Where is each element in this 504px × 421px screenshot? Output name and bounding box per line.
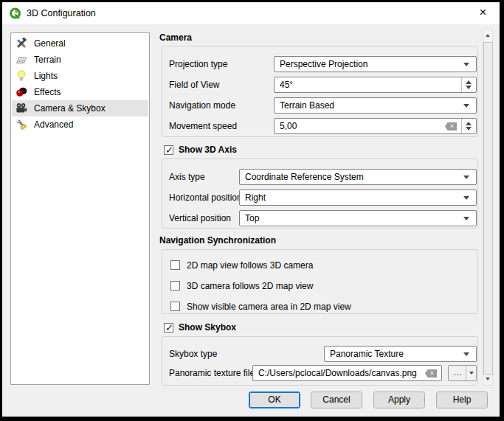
- spin-up-icon[interactable]: [466, 80, 472, 84]
- help-button[interactable]: Help: [436, 392, 488, 408]
- close-icon[interactable]: ×: [466, 2, 500, 24]
- vertical-position-select[interactable]: Top: [239, 210, 477, 226]
- field-of-view-input[interactable]: [275, 77, 457, 92]
- title-bar: 3D Configuration ×: [2, 2, 500, 24]
- chevron-down-icon: [463, 217, 469, 220]
- vertical-position-label: Vertical position: [169, 210, 231, 226]
- movement-speed-spinbox: ×: [274, 118, 477, 134]
- panoramic-texture-file-label: Panoramic texture file: [169, 365, 255, 381]
- chevron-down-icon: [463, 175, 469, 179]
- chevron-down-icon: [463, 63, 469, 66]
- chevron-down-icon: [463, 104, 469, 108]
- navigation-sync-section-title: Navigation Synchronization: [159, 235, 276, 246]
- movement-speed-label: Movement speed: [169, 118, 237, 134]
- browse-ellipsis-label: …: [449, 366, 466, 380]
- projection-type-value: Perspective Projection: [280, 57, 367, 72]
- checkmark-icon: ✓: [165, 322, 173, 333]
- clear-value-icon[interactable]: ×: [445, 122, 457, 131]
- 2d-follows-3d-checkbox[interactable]: [170, 260, 180, 270]
- terrain-icon: [15, 54, 27, 66]
- horizontal-position-select[interactable]: Right: [239, 189, 477, 206]
- show-camera-area-label: Show visible camera area in 2D map view: [187, 301, 351, 313]
- vertical-position-value: Top: [245, 211, 259, 226]
- qgis-logo-icon: [9, 7, 22, 20]
- axis-type-value: Coordinate Reference System: [245, 170, 364, 184]
- effects-icon: [15, 86, 27, 98]
- dialog-3d-configuration: 3D Configuration × General Terrain: [2, 2, 500, 417]
- sidebar-item-label: Terrain: [34, 52, 61, 68]
- projection-type-select[interactable]: Perspective Projection: [274, 56, 477, 72]
- spin-buttons: [461, 119, 476, 133]
- cancel-button[interactable]: Cancel: [311, 392, 362, 408]
- navigation-mode-value: Terrain Based: [280, 98, 334, 113]
- ok-button[interactable]: OK: [249, 392, 300, 408]
- sidebar-item-label: Advanced: [34, 116, 73, 133]
- show-camera-area-checkbox[interactable]: [170, 302, 180, 311]
- show-3d-axis-checkbox[interactable]: ✓: [164, 145, 173, 155]
- skybox-type-label: Skybox type: [169, 346, 217, 362]
- projection-type-label: Projection type: [169, 56, 227, 72]
- settings-category-list: General Terrain Lights Effects: [10, 32, 150, 385]
- spin-buttons: [461, 77, 476, 92]
- skybox-type-select[interactable]: Panoramic Texture: [324, 346, 477, 362]
- axis-type-label: Axis type: [169, 169, 205, 185]
- field-of-view-spinbox: [274, 77, 477, 93]
- axis-group-box: Axis type Coordinate Reference System Ho…: [162, 159, 478, 229]
- camera-icon: [15, 102, 27, 114]
- navigation-mode-label: Navigation mode: [169, 97, 235, 114]
- movement-speed-input[interactable]: [275, 119, 438, 133]
- browse-file-button[interactable]: …: [448, 365, 477, 381]
- sidebar-item-advanced[interactable]: Advanced: [12, 116, 148, 133]
- chevron-down-icon: [469, 372, 474, 375]
- spin-down-icon[interactable]: [466, 127, 472, 131]
- checkmark-icon: ✓: [165, 145, 173, 156]
- show-3d-axis-label: Show 3D Axis: [179, 145, 237, 155]
- sidebar-item-effects[interactable]: Effects: [12, 84, 148, 100]
- axis-type-select[interactable]: Coordinate Reference System: [239, 169, 477, 185]
- 3d-follows-2d-checkbox[interactable]: [170, 281, 180, 290]
- scrollbar-thumb[interactable]: [483, 42, 493, 375]
- scroll-down-icon[interactable]: [483, 374, 492, 385]
- sidebar-item-camera-skybox[interactable]: Camera & Skybox: [12, 100, 148, 116]
- sidebar-item-general[interactable]: General: [12, 35, 148, 52]
- navigation-sync-group-box: 2D map view follows 3D camera 3D camera …: [162, 249, 478, 314]
- advanced-tools-icon: [15, 119, 27, 131]
- sidebar-item-label: Effects: [34, 84, 61, 100]
- 2d-follows-3d-label: 2D map view follows 3D camera: [187, 260, 313, 271]
- chevron-down-icon: [463, 196, 469, 200]
- show-skybox-checkbox[interactable]: ✓: [164, 323, 173, 333]
- camera-group-box: Projection type Perspective Projection F…: [162, 46, 478, 137]
- show-skybox-label: Show Skybox: [179, 322, 236, 333]
- sidebar-item-lights[interactable]: Lights: [12, 68, 148, 84]
- sidebar-item-terrain[interactable]: Terrain: [12, 52, 148, 68]
- apply-button[interactable]: Apply: [373, 392, 425, 408]
- skybox-group-box: Skybox type Panoramic Texture Panoramic …: [162, 336, 478, 386]
- vertical-scrollbar[interactable]: [483, 29, 493, 386]
- scroll-up-icon[interactable]: [483, 30, 492, 41]
- tools-icon: [15, 38, 27, 49]
- sidebar-item-label: General: [34, 35, 66, 52]
- chevron-down-icon: [463, 352, 469, 356]
- 3d-follows-2d-label: 3D camera follows 2D map view: [187, 280, 313, 292]
- spin-up-icon[interactable]: [466, 122, 472, 125]
- lightbulb-icon: [15, 70, 27, 82]
- panoramic-texture-file-field: ×: [252, 365, 442, 381]
- window-title: 3D Configuration: [27, 8, 96, 18]
- spin-down-icon[interactable]: [466, 86, 472, 89]
- clear-value-icon[interactable]: ×: [425, 369, 437, 377]
- skybox-type-value: Panoramic Texture: [330, 347, 404, 361]
- panoramic-texture-file-input[interactable]: [253, 366, 424, 380]
- camera-section-title: Camera: [159, 32, 192, 43]
- horizontal-position-value: Right: [245, 190, 266, 205]
- navigation-mode-select[interactable]: Terrain Based: [274, 97, 477, 114]
- field-of-view-label: Field of View: [169, 77, 219, 93]
- sidebar-item-label: Camera & Skybox: [34, 100, 106, 116]
- horizontal-position-label: Horizontal position: [169, 189, 242, 206]
- browse-divider: [466, 366, 466, 380]
- sidebar-item-label: Lights: [34, 68, 58, 84]
